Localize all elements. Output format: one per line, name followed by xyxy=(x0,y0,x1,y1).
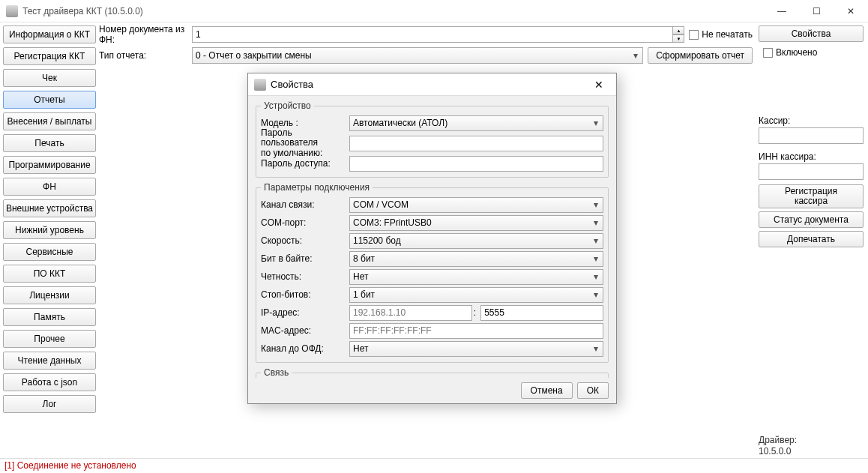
dialog-ok-button[interactable]: ОК xyxy=(577,382,609,399)
model-label: Модель : xyxy=(261,118,349,128)
spinner-down-button[interactable]: ▼ xyxy=(672,34,684,43)
sidebar-item[interactable]: Лог xyxy=(3,395,96,413)
app-icon xyxy=(6,5,18,17)
properties-button[interactable]: Свойства xyxy=(759,25,864,42)
sidebar-item[interactable]: Внешние устройства xyxy=(3,199,96,217)
mac-input[interactable] xyxy=(349,323,603,339)
sidebar-item[interactable]: ФН xyxy=(3,178,96,196)
bits-label: Бит в байте: xyxy=(261,253,349,264)
group-connection-legend: Параметры подключения xyxy=(261,182,373,193)
sidebar-item[interactable]: Печать xyxy=(3,134,96,152)
comport-label: COM-порт: xyxy=(261,217,349,228)
status-bar: [1] Соединение не установлено xyxy=(0,458,868,473)
cashier-input[interactable] xyxy=(759,127,864,144)
dialog-icon xyxy=(254,79,266,91)
generate-report-button[interactable]: Сформировать отчет xyxy=(648,47,753,64)
sidebar-item[interactable]: Работа с json xyxy=(3,373,96,391)
sidebar-item[interactable]: Прочее xyxy=(3,330,96,348)
report-type-value: 0 - Отчет о закрытии смены xyxy=(196,50,312,61)
cashier-inn-label: ИНН кассира: xyxy=(759,151,864,162)
group-link: Связь Результат: Поиск Проверка связи Па… xyxy=(256,367,609,378)
enabled-checkbox[interactable] xyxy=(763,48,773,58)
stopbits-label: Стоп-битов: xyxy=(261,289,349,300)
access-password-label: Пароль доступа: xyxy=(261,158,349,169)
sidebar-item[interactable]: Память xyxy=(3,308,96,326)
dialog-cancel-button[interactable]: Отмена xyxy=(521,382,573,399)
group-device: Устройство Модель : Автоматически (АТОЛ)… xyxy=(256,100,609,178)
mac-label: MAC-адрес: xyxy=(261,325,349,336)
bits-select[interactable]: 8 бит xyxy=(349,251,603,267)
register-cashier-button[interactable]: Регистрация кассира xyxy=(759,184,864,208)
parity-label: Четность: xyxy=(261,271,349,282)
channel-label: Канал связи: xyxy=(261,199,349,210)
window-maximize-button[interactable]: ☐ xyxy=(799,0,834,22)
dialog-close-button[interactable]: ✕ xyxy=(582,73,616,96)
no-print-label: Не печатать xyxy=(702,29,753,40)
sidebar-item[interactable]: ПО ККТ xyxy=(3,265,96,283)
ofd-select[interactable]: Нет xyxy=(349,341,603,357)
sidebar-item[interactable]: Нижний уровень xyxy=(3,221,96,239)
dialog-title: Свойства xyxy=(271,79,582,90)
sidebar-item[interactable]: Отчеты xyxy=(3,91,96,109)
user-password-label: Пароль пользователя по умолчанию: xyxy=(261,128,349,158)
sidebar-item[interactable]: Чек xyxy=(3,69,96,87)
window-close-button[interactable]: ✕ xyxy=(834,0,868,22)
speed-label: Скорость: xyxy=(261,235,349,246)
user-password-input[interactable] xyxy=(349,136,603,151)
right-panel: Свойства Включено Кассир: ИНН кассира: Р… xyxy=(757,22,868,458)
sidebar: Информация о ККТРегистрация ККТЧекОтчеты… xyxy=(0,22,99,458)
group-link-legend: Связь xyxy=(261,367,292,378)
window-titlebar: Тест драйвера ККТ (10.5.0.0) — ☐ ✕ xyxy=(0,0,868,22)
sidebar-item[interactable]: Сервисные xyxy=(3,243,96,261)
cashier-label: Кассир: xyxy=(759,115,864,126)
sidebar-item[interactable]: Лицензии xyxy=(3,286,96,304)
ip-input[interactable] xyxy=(349,305,472,321)
connection-status: [1] Соединение не установлено xyxy=(4,460,136,471)
sidebar-item[interactable]: Информация о ККТ xyxy=(3,25,96,43)
group-device-legend: Устройство xyxy=(261,100,314,111)
dialog-titlebar: Свойства ✕ xyxy=(248,73,616,96)
doc-number-input[interactable] xyxy=(192,26,672,43)
channel-select[interactable]: COM / VCOM xyxy=(349,197,603,213)
sidebar-item[interactable]: Чтение данных xyxy=(3,352,96,370)
window-minimize-button[interactable]: — xyxy=(765,0,799,22)
group-connection: Параметры подключения Канал связи:COM / … xyxy=(256,182,609,363)
doc-number-spinner[interactable]: ▲ ▼ xyxy=(192,26,684,43)
sidebar-item[interactable]: Регистрация ККТ xyxy=(3,47,96,65)
cashier-inn-input[interactable] xyxy=(759,163,864,180)
driver-version-block: Драйвер: 10.5.0.0 xyxy=(759,435,864,458)
report-type-select[interactable]: 0 - Отчет о закрытии смены xyxy=(192,47,643,64)
speed-select[interactable]: 115200 бод xyxy=(349,233,603,249)
ofd-label: Канал до ОФД: xyxy=(261,343,349,354)
doc-status-button[interactable]: Статус документа xyxy=(759,211,864,228)
ip-label: IP-адрес: xyxy=(261,307,349,318)
ip-port-input[interactable] xyxy=(480,305,603,321)
doprint-button[interactable]: Допечатать xyxy=(759,231,864,247)
enabled-label: Включено xyxy=(776,47,817,58)
stopbits-select[interactable]: 1 бит xyxy=(349,287,603,303)
comport-select[interactable]: COM3: FPrintUSB0 xyxy=(349,215,603,231)
window-title: Тест драйвера ККТ (10.5.0.0) xyxy=(22,6,765,16)
no-print-checkbox[interactable] xyxy=(689,30,699,40)
report-type-label: Тип отчета: xyxy=(99,50,192,61)
model-select[interactable]: Автоматически (АТОЛ) xyxy=(349,115,603,131)
parity-select[interactable]: Нет xyxy=(349,269,603,285)
access-password-input[interactable] xyxy=(349,156,603,172)
sidebar-item[interactable]: Программирование xyxy=(3,156,96,174)
sidebar-item[interactable]: Внесения / выплаты xyxy=(3,112,96,130)
spinner-up-button[interactable]: ▲ xyxy=(672,26,684,34)
doc-number-label: Номер документа из ФН: xyxy=(99,24,192,45)
properties-dialog: Свойства ✕ Устройство Модель : Автоматич… xyxy=(247,73,617,404)
